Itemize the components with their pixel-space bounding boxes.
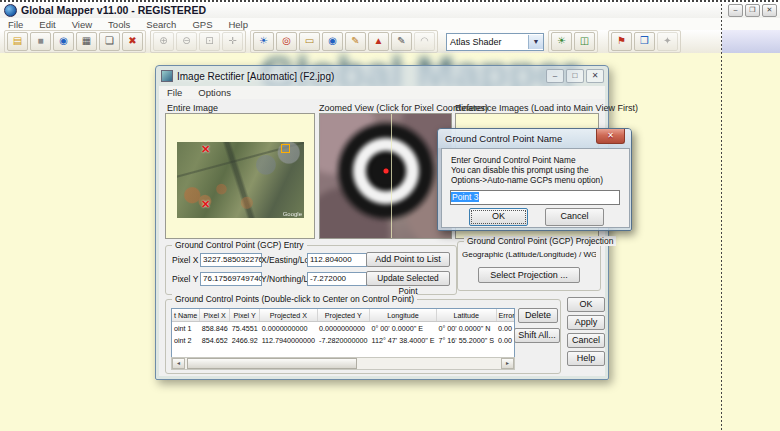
maximize-button[interactable]: ❐ bbox=[745, 4, 760, 17]
col-projected-x[interactable]: Projected X bbox=[260, 309, 317, 322]
table-row[interactable]: oint 1 858.846 75.4551 0.0000000000 0.00… bbox=[172, 322, 515, 335]
reference-images-label: Reference Images (Load into Main View Fi… bbox=[455, 103, 638, 113]
menu-gps[interactable]: GPS bbox=[184, 19, 220, 30]
table-cell: 75.4551 bbox=[230, 322, 260, 335]
close-button[interactable]: ✕ bbox=[762, 4, 777, 17]
menu-search[interactable]: Search bbox=[138, 19, 184, 30]
rectifier-title: Image Rectifier [Automatic] (F2.jpg) bbox=[177, 71, 334, 82]
help-button[interactable]: Help bbox=[567, 351, 605, 366]
col-pixel-x[interactable]: Pixel X bbox=[200, 309, 230, 322]
scroll-left-icon[interactable]: ◄ bbox=[172, 358, 185, 369]
table-cell: 112° 47' 38.4000" E bbox=[369, 334, 436, 346]
rectifier-window-icon bbox=[161, 70, 173, 82]
gcp-name-close-button[interactable]: ✕ bbox=[596, 129, 625, 144]
pixel-y-label: Pixel Y bbox=[172, 274, 198, 284]
minimize-button[interactable]: – bbox=[728, 4, 743, 17]
open-file-icon[interactable]: ▤ bbox=[7, 32, 28, 51]
rectifier-close-button[interactable]: ✕ bbox=[586, 69, 604, 83]
col-point-name[interactable]: t Name bbox=[172, 309, 200, 322]
overlay-control-icon[interactable]: ❏ bbox=[99, 32, 120, 51]
ok-button[interactable]: OK bbox=[567, 297, 605, 312]
update-point-button[interactable]: Update Selected Point bbox=[366, 271, 450, 286]
configure-icon[interactable]: ✖ bbox=[122, 32, 143, 51]
background-window-strip bbox=[722, 30, 780, 53]
y-northing-lat-field[interactable]: -7.272000 bbox=[307, 272, 367, 286]
selected-text: Point 3 bbox=[451, 192, 479, 202]
satellite-thumbnail[interactable]: ✕ ✕ Google bbox=[177, 142, 304, 218]
app-title: Global Mapper v11.00 - REGISTERED bbox=[21, 4, 206, 16]
dialog-ok-button[interactable]: OK bbox=[469, 208, 528, 226]
toolbar-group-file: ▤ ■ ◉ ▦ ❏ ✖ bbox=[4, 30, 146, 53]
web-globe-icon[interactable]: ◉ bbox=[53, 32, 74, 51]
rectifier-maximize-button[interactable]: □ bbox=[566, 69, 584, 83]
gcp-points-legend: Ground Control Points (Double-click to C… bbox=[172, 294, 417, 304]
gcp-table-wrap: t Name Pixel X Pixel Y Projected X Proje… bbox=[171, 308, 515, 358]
x-easting-lon-field[interactable]: 112.804000 bbox=[307, 253, 367, 267]
table-row[interactable]: oint 2 854.652 2466.92 112.7940000000 -7… bbox=[172, 334, 515, 346]
col-pixel-y[interactable]: Pixel Y bbox=[230, 309, 260, 322]
menu-tools[interactable]: Tools bbox=[100, 19, 138, 30]
zoom-in-icon[interactable]: ⊕ bbox=[153, 32, 174, 51]
shader-dropdown-value: Atlas Shader bbox=[447, 37, 528, 47]
menu-file[interactable]: File bbox=[0, 19, 31, 30]
x-easting-lon-label: X/Easting/Lon bbox=[261, 255, 314, 265]
rectifier-minimize-button[interactable]: – bbox=[546, 69, 564, 83]
prompt-line-1: Enter Ground Control Point Name bbox=[451, 155, 576, 165]
gcp-table: t Name Pixel X Pixel Y Projected X Proje… bbox=[172, 309, 515, 346]
table-cell: 0.00 bbox=[496, 334, 515, 346]
zoomed-view-panel[interactable] bbox=[319, 113, 452, 239]
add-point-button[interactable]: Add Point to List bbox=[366, 252, 450, 267]
apply-button[interactable]: Apply bbox=[567, 315, 605, 330]
rectifier-titlebar[interactable]: Image Rectifier [Automatic] (F2.jpg) – □… bbox=[156, 66, 608, 86]
crosshair-line bbox=[391, 114, 392, 238]
capture-dotted-vline bbox=[721, 0, 722, 431]
blank-layer-icon[interactable]: ■ bbox=[30, 32, 51, 51]
snap-star-icon[interactable]: ✦ bbox=[657, 32, 678, 51]
menu-edit[interactable]: Edit bbox=[31, 19, 63, 30]
gcp-marker-icon[interactable]: ✕ bbox=[201, 143, 210, 156]
screen: Global Mapper v11.00 - REGISTERED – ❐ ✕ … bbox=[0, 0, 780, 431]
pixel-y-field[interactable]: 76.1756974974040 bbox=[200, 272, 262, 286]
dialog-cancel-button[interactable]: Cancel bbox=[545, 208, 604, 226]
table-cell: 0.0000000000 bbox=[260, 322, 317, 335]
table-cell: oint 1 bbox=[172, 322, 200, 335]
entire-image-label: Entire Image bbox=[167, 103, 218, 113]
scroll-right-icon[interactable]: ► bbox=[501, 358, 514, 369]
app-menubar: File Edit View Tools Search GPS Help bbox=[0, 18, 780, 30]
prompt-line-2: You can disable this prompt using the bbox=[451, 165, 589, 175]
menu-view[interactable]: View bbox=[64, 19, 100, 30]
gcp-marker-icon[interactable]: ✕ bbox=[201, 198, 210, 211]
delete-button[interactable]: Delete bbox=[518, 308, 558, 323]
table-cell: 0° 00' 0.0000" E bbox=[369, 322, 436, 335]
table-cell: 0.00 bbox=[496, 322, 515, 335]
shift-all-button[interactable]: Shift All... bbox=[514, 328, 560, 343]
col-latitude[interactable]: Latitude bbox=[436, 309, 496, 322]
col-error[interactable]: Error bbox=[496, 309, 515, 322]
gcp-name-title: Ground Control Point Name bbox=[445, 133, 562, 144]
gcp-entry-group: Ground Control Point (GCP) Entry Pixel X… bbox=[165, 245, 457, 295]
table-cell: 0.0000000000 bbox=[317, 322, 369, 335]
entire-image-panel[interactable]: ✕ ✕ Google bbox=[165, 113, 315, 239]
col-projected-y[interactable]: Projected Y bbox=[317, 309, 369, 322]
cancel-button[interactable]: Cancel bbox=[567, 333, 605, 348]
scrollbar-thumb[interactable] bbox=[187, 358, 357, 369]
table-hscrollbar[interactable]: ◄ ► bbox=[171, 357, 515, 370]
table-cell: oint 2 bbox=[172, 334, 200, 346]
menu-help[interactable]: Help bbox=[220, 19, 256, 30]
table-cell: -7.2820000000 bbox=[317, 334, 369, 346]
projection-value: Geographic (Latitude/Longitude) / WGS84 … bbox=[462, 250, 596, 259]
table-cell: 0° 00' 0.0000" N bbox=[436, 322, 496, 335]
gcp-name-dialog: Ground Control Point Name ✕ Enter Ground… bbox=[437, 128, 632, 231]
image-window-icon[interactable]: ▦ bbox=[76, 32, 97, 51]
gcp-name-body: Enter Ground Control Point Name You can … bbox=[441, 148, 630, 228]
imagery-credit: Google bbox=[283, 211, 302, 217]
col-longitude[interactable]: Longitude bbox=[369, 309, 436, 322]
pixel-x-label: Pixel X bbox=[172, 255, 198, 265]
rectifier-menu-file[interactable]: File bbox=[159, 87, 190, 98]
gcp-projection-group: Ground Control Point (GCP) Projection Ge… bbox=[457, 241, 601, 291]
rectifier-menu-options[interactable]: Options bbox=[190, 87, 239, 98]
select-projection-button[interactable]: Select Projection ... bbox=[478, 267, 580, 283]
prompt-line-3: Options->Auto-name GCPs menu option) bbox=[451, 175, 603, 185]
pixel-x-field[interactable]: 3227.5850322766 bbox=[200, 253, 262, 267]
point-name-input[interactable]: Point 3 bbox=[450, 190, 620, 205]
